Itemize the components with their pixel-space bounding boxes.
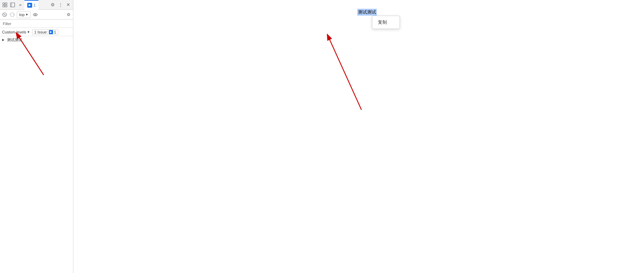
top-frame-dropdown-arrow: ▼ (25, 13, 28, 16)
svg-line-7 (4, 14, 6, 15)
devtools-second-toolbar: top ▼ ⚙ (0, 10, 73, 20)
copy-label: 复制 (378, 20, 387, 25)
issue-text: 1 Issue: (34, 30, 48, 34)
tab-label: 1 (34, 3, 36, 7)
console-list: ▶ 测试测试 (0, 36, 73, 273)
list-item[interactable]: ▶ 测试测试 (0, 36, 73, 43)
custom-levels-button[interactable]: Custom levels ▼ (2, 30, 30, 34)
gear-icon[interactable]: ⚙ (49, 1, 56, 8)
issue-badge[interactable]: 1 Issue: ▶ 1 (32, 29, 58, 35)
context-menu: 复制 (372, 16, 400, 29)
svg-rect-2 (3, 5, 5, 7)
custom-levels-arrow: ▼ (27, 30, 30, 34)
eye-visibility-icon[interactable] (32, 12, 38, 18)
svg-rect-3 (5, 5, 7, 7)
selected-text-highlight[interactable]: 测试测试 (357, 9, 377, 16)
active-tab[interactable]: ▶ 1 (24, 0, 38, 10)
svg-point-9 (35, 14, 36, 15)
expand-arrow-icon: ▶ (2, 38, 6, 41)
filter-bar: Filter (0, 20, 73, 28)
box-icon[interactable] (9, 1, 16, 8)
selected-text-content: 测试测试 (358, 9, 376, 15)
svg-rect-4 (10, 3, 15, 7)
svg-rect-0 (3, 3, 5, 5)
close-icon[interactable]: ✕ (65, 1, 72, 8)
filter-icon[interactable] (9, 12, 15, 18)
filter-label: Filter (3, 22, 11, 26)
clear-icon[interactable] (1, 12, 8, 18)
more-icon[interactable]: ⋮ (57, 1, 64, 8)
console-tab-icon: ▶ (27, 3, 32, 8)
console-settings-icon[interactable]: ⚙ (65, 12, 72, 18)
levels-bar: Custom levels ▼ 1 Issue: ▶ 1 (0, 28, 73, 36)
expand-icon[interactable]: » (17, 1, 24, 8)
copy-menu-item[interactable]: 复制 (372, 17, 400, 27)
issue-icon: ▶ (49, 30, 53, 34)
cursor-icon[interactable] (1, 1, 8, 8)
custom-levels-label: Custom levels (2, 30, 26, 34)
devtools-panel: » ▶ 1 ⚙ ⋮ ✕ top ▼ (0, 0, 73, 273)
svg-rect-1 (5, 3, 7, 5)
top-frame-label: top (19, 13, 24, 17)
issue-count: 1 (54, 30, 56, 34)
console-item-text: 测试测试 (7, 37, 22, 43)
svg-point-8 (10, 13, 14, 16)
top-frame-selector[interactable]: top ▼ (17, 11, 31, 18)
devtools-top-toolbar: » ▶ 1 ⚙ ⋮ ✕ (0, 0, 73, 10)
main-content-area: 测试测试 复制 (73, 0, 644, 273)
